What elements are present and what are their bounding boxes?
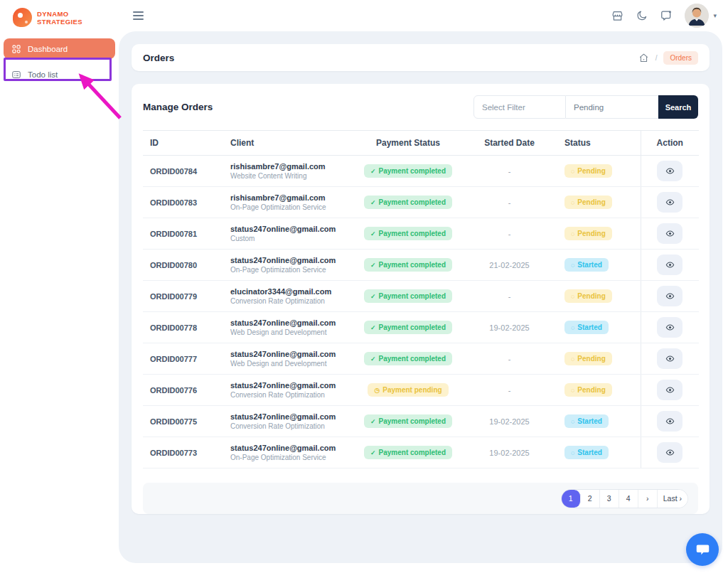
status-spinner-icon: ◌ bbox=[571, 168, 574, 175]
sidebar: DYNAMO STRATEGIES Dashboard bbox=[0, 0, 119, 573]
todo-list-icon bbox=[11, 70, 21, 80]
view-order-button[interactable] bbox=[657, 411, 682, 432]
order-id: ORDID00776 bbox=[143, 375, 223, 406]
page-title: Orders bbox=[143, 53, 174, 63]
eye-icon bbox=[665, 448, 675, 457]
view-order-button[interactable] bbox=[657, 161, 682, 181]
payment-label: Payment completed bbox=[379, 230, 446, 237]
status-badge: ◌ Pending bbox=[564, 289, 612, 303]
order-id: ORDID00775 bbox=[143, 406, 223, 437]
payment-icon: ✓ bbox=[370, 355, 376, 363]
pagination-next[interactable]: › bbox=[638, 490, 658, 508]
order-id: ORDID00778 bbox=[143, 312, 223, 343]
section-title: Manage Orders bbox=[143, 102, 213, 112]
started-date: 21-02-2025 bbox=[461, 250, 557, 281]
payment-label: Payment completed bbox=[379, 261, 446, 269]
client-email: status247online@gmail.com bbox=[230, 256, 348, 264]
payment-icon: ✓ bbox=[370, 262, 376, 269]
search-button[interactable]: Search bbox=[658, 95, 698, 119]
payment-icon: ✓ bbox=[370, 230, 376, 237]
eye-icon bbox=[665, 260, 675, 269]
client-email: rishisambre7@gmail.com bbox=[230, 162, 348, 171]
pagination-page[interactable]: 3 bbox=[600, 490, 619, 508]
status-spinner-icon: ◌ bbox=[571, 449, 574, 456]
main-content: Orders / Orders Manage Orders Search bbox=[119, 31, 722, 563]
status-badge: ◌ Started bbox=[564, 321, 609, 334]
status-spinner-icon: ◌ bbox=[571, 262, 574, 269]
client-email: status247online@gmail.com bbox=[230, 381, 348, 390]
status-badge: ◌ Pending bbox=[564, 227, 612, 240]
status-label: Pending bbox=[577, 198, 605, 206]
pagination-page[interactable]: 2 bbox=[581, 490, 600, 508]
status-badge: ◌ Started bbox=[564, 414, 609, 428]
table-row: ORDID00781 status247online@gmail.com Cus… bbox=[143, 218, 699, 250]
sidebar-item-dashboard[interactable]: Dashboard bbox=[4, 38, 115, 59]
pagination-page[interactable]: 4 bbox=[619, 490, 638, 508]
status-badge: ◌ Started bbox=[564, 446, 609, 459]
breadcrumb-separator: / bbox=[655, 54, 658, 62]
started-date: - bbox=[461, 281, 557, 312]
client-service: On-Page Optimization Service bbox=[230, 203, 348, 211]
client-service: Conversion Rate Optimization bbox=[230, 297, 348, 305]
status-spinner-icon: ◌ bbox=[571, 355, 574, 363]
filter-select-input[interactable] bbox=[473, 95, 566, 119]
notifications-chat-icon[interactable] bbox=[660, 9, 673, 23]
chat-fab-button[interactable] bbox=[686, 533, 719, 566]
table-row: ORDID00780 status247online@gmail.com On-… bbox=[143, 250, 699, 281]
filter-keyword-input[interactable] bbox=[566, 95, 658, 119]
dark-mode-moon-icon[interactable] bbox=[636, 9, 648, 22]
status-label: Started bbox=[577, 417, 601, 425]
status-label: Pending bbox=[577, 167, 605, 175]
payment-icon: ◷ bbox=[374, 387, 380, 394]
client-service: On-Page Optimization Service bbox=[230, 454, 348, 461]
status-label: Pending bbox=[577, 386, 605, 394]
status-spinner-icon: ◌ bbox=[571, 230, 574, 237]
client-service: Conversion Rate Optimization bbox=[230, 422, 348, 430]
pagination-page[interactable]: 1 bbox=[562, 490, 581, 508]
payment-label: Payment completed bbox=[379, 449, 446, 456]
client-service: Web Design and Development bbox=[230, 328, 348, 336]
view-order-button[interactable] bbox=[657, 442, 682, 463]
started-date: - bbox=[461, 187, 557, 218]
view-order-button[interactable] bbox=[657, 255, 682, 275]
logo-text: DYNAMO STRATEGIES bbox=[37, 10, 82, 26]
view-order-button[interactable] bbox=[657, 286, 682, 306]
view-order-button[interactable] bbox=[657, 192, 682, 213]
payment-label: Payment completed bbox=[379, 355, 446, 363]
payment-badge: ✓ Payment completed bbox=[364, 164, 452, 178]
client-email: status247online@gmail.com bbox=[230, 444, 348, 452]
table-row: ORDID00773 status247online@gmail.com On-… bbox=[143, 437, 699, 468]
user-menu[interactable]: ▾ bbox=[685, 4, 717, 28]
client-service: Custom bbox=[230, 235, 348, 242]
started-date: - bbox=[461, 343, 557, 375]
payment-badge: ✓ Payment completed bbox=[364, 352, 452, 365]
col-header-started-date: Started Date bbox=[461, 131, 557, 156]
sidebar-nav: Dashboard Todo list bbox=[0, 38, 119, 85]
home-icon[interactable] bbox=[638, 53, 649, 63]
menu-toggle-icon[interactable] bbox=[130, 6, 146, 25]
view-order-button[interactable] bbox=[657, 317, 682, 338]
eye-icon bbox=[665, 417, 675, 426]
breadcrumb-card: Orders / Orders bbox=[132, 44, 710, 71]
view-order-button[interactable] bbox=[657, 223, 682, 244]
storefront-icon[interactable] bbox=[611, 9, 624, 23]
started-date: 19-02-2025 bbox=[461, 406, 557, 437]
client-email: status247online@gmail.com bbox=[230, 412, 348, 421]
pagination-last[interactable]: Last › bbox=[658, 490, 687, 508]
logo-icon bbox=[13, 8, 32, 27]
col-header-client: Client bbox=[223, 131, 355, 156]
status-badge: ◌ Pending bbox=[564, 196, 612, 209]
sidebar-item-todo-list[interactable]: Todo list bbox=[4, 64, 115, 85]
status-label: Started bbox=[577, 449, 601, 456]
payment-icon: ✓ bbox=[370, 168, 376, 175]
payment-icon: ✓ bbox=[370, 293, 376, 300]
status-label: Started bbox=[577, 323, 601, 331]
col-header-action: Action bbox=[641, 131, 699, 156]
view-order-button[interactable] bbox=[657, 380, 682, 400]
view-order-button[interactable] bbox=[657, 348, 682, 369]
app-logo[interactable]: DYNAMO STRATEGIES bbox=[0, 0, 119, 27]
sidebar-item-label: Todo list bbox=[28, 70, 58, 79]
table-row: ORDID00778 status247online@gmail.com Web… bbox=[143, 312, 699, 343]
table-row: ORDID00776 status247online@gmail.com Con… bbox=[143, 375, 699, 406]
breadcrumb-current[interactable]: Orders bbox=[663, 51, 698, 65]
